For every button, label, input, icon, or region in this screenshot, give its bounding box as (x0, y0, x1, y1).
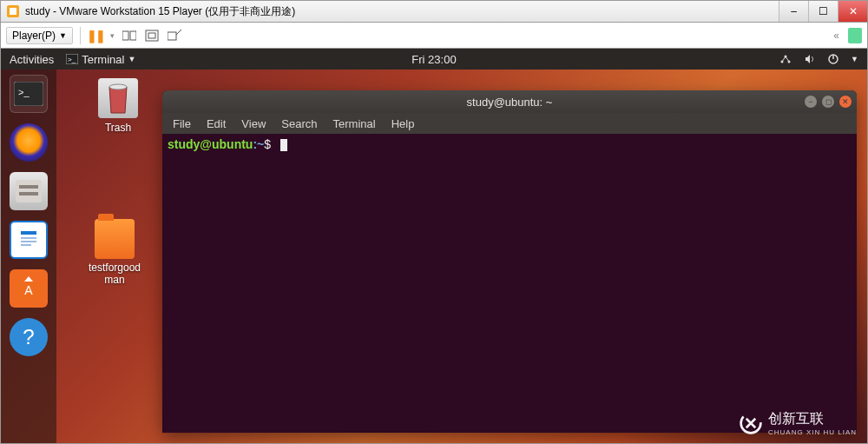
notes-icon[interactable] (848, 28, 862, 43)
vmware-app-icon (4, 5, 22, 17)
terminal-close-button[interactable]: ✕ (839, 96, 852, 108)
terminal-menu-edit[interactable]: Edit (207, 117, 226, 130)
terminal-title-text: study@ubuntu: ~ (467, 96, 553, 109)
svg-rect-24 (21, 244, 31, 246)
fullscreen-icon[interactable] (144, 28, 160, 43)
svg-text:>_: >_ (68, 56, 76, 63)
clock[interactable]: Fri 23:00 (411, 53, 456, 66)
svg-rect-4 (146, 30, 158, 41)
guest-desktop: Activities >_ Terminal▼ Fri 23:00 ▼ >_ A (0, 49, 868, 444)
host-minimize-button[interactable]: – (779, 1, 808, 22)
terminal-maximize-button[interactable]: ◻ (822, 96, 834, 108)
dock-terminal[interactable]: >_ (10, 75, 48, 113)
terminal-menu-search[interactable]: Search (281, 117, 317, 130)
svg-rect-3 (130, 31, 136, 40)
svg-rect-23 (21, 241, 36, 242)
desktop-folder-testforgoodman[interactable]: testforgoodman (84, 219, 145, 287)
app-menu-button[interactable]: >_ Terminal▼ (66, 53, 135, 66)
pause-dropdown-icon[interactable]: ▾ (110, 31, 115, 40)
svg-rect-17 (16, 180, 42, 202)
dock-libreoffice-writer[interactable] (10, 221, 48, 259)
svg-rect-21 (21, 231, 36, 235)
collapse-toolbar-button[interactable]: « (833, 30, 839, 42)
svg-rect-22 (21, 237, 36, 239)
terminal-menu-help[interactable]: Help (391, 117, 415, 130)
svg-rect-19 (19, 192, 38, 195)
system-status-area[interactable]: ▼ (779, 54, 858, 64)
svg-rect-5 (148, 33, 155, 38)
host-maximize-button[interactable]: ☐ (808, 1, 838, 22)
dock-help[interactable]: ? (10, 318, 48, 356)
prompt-symbol: $ (264, 137, 271, 151)
desktop-trash-label: Trash (88, 122, 148, 134)
svg-rect-20 (17, 227, 40, 253)
svg-line-7 (176, 30, 181, 35)
terminal-body[interactable]: study@ubuntu:~$ (162, 134, 857, 433)
vmware-toolbar: Player(P)▼ ❚❚ ▾ « (0, 23, 868, 49)
toolbar-separator (80, 27, 81, 44)
svg-rect-1 (10, 8, 16, 15)
host-close-button[interactable]: ✕ (838, 1, 867, 22)
sound-icon (804, 54, 816, 64)
pause-icon[interactable]: ❚❚ (88, 28, 103, 43)
trash-icon (98, 78, 138, 118)
terminal-menu-terminal[interactable]: Terminal (333, 117, 376, 130)
svg-rect-6 (168, 32, 176, 40)
unity-icon[interactable] (167, 28, 182, 43)
svg-rect-2 (122, 31, 128, 40)
send-ctrl-alt-del-icon[interactable] (122, 28, 137, 43)
dock-firefox[interactable] (10, 123, 48, 162)
svg-rect-18 (19, 185, 38, 189)
dock-ubuntu-software[interactable]: A (10, 269, 48, 308)
player-menu-button[interactable]: Player(P)▼ (6, 27, 73, 44)
svg-text:>_: >_ (18, 87, 30, 97)
terminal-menu-view[interactable]: View (241, 117, 266, 130)
watermark-main: 创新互联 (768, 411, 824, 426)
svg-text:A: A (24, 283, 33, 297)
terminal-titlebar[interactable]: study@ubuntu: ~ − ◻ ✕ (162, 90, 857, 113)
network-icon (779, 54, 792, 64)
host-window-titlebar: study - VMware Workstation 15 Player (仅用… (0, 0, 868, 23)
dock-files[interactable] (10, 172, 48, 210)
dock: >_ A ? (1, 70, 56, 443)
terminal-cursor (280, 139, 287, 151)
terminal-window: study@ubuntu: ~ − ◻ ✕ File Edit View Sea… (162, 90, 857, 433)
host-window-title: study - VMware Workstation 15 Player (仅用… (25, 4, 295, 19)
terminal-menubar: File Edit View Search Terminal Help (162, 113, 857, 134)
watermark-sub: CHUANG XIN HU LIAN (768, 428, 857, 436)
desktop-trash[interactable]: Trash (88, 78, 148, 134)
desktop-folder-label: testforgoodman (84, 262, 145, 287)
gnome-topbar: Activities >_ Terminal▼ Fri 23:00 ▼ (1, 49, 867, 70)
power-icon (828, 54, 838, 64)
watermark-logo-icon (739, 411, 763, 435)
activities-button[interactable]: Activities (10, 53, 54, 66)
terminal-menu-file[interactable]: File (173, 117, 191, 130)
svg-point-27 (109, 84, 127, 89)
folder-icon (95, 219, 135, 259)
terminal-indicator-icon: >_ (66, 54, 78, 64)
prompt-userhost: study@ubuntu (168, 137, 253, 151)
terminal-minimize-button[interactable]: − (805, 96, 817, 108)
watermark: 创新互联 CHUANG XIN HU LIAN (739, 410, 857, 436)
